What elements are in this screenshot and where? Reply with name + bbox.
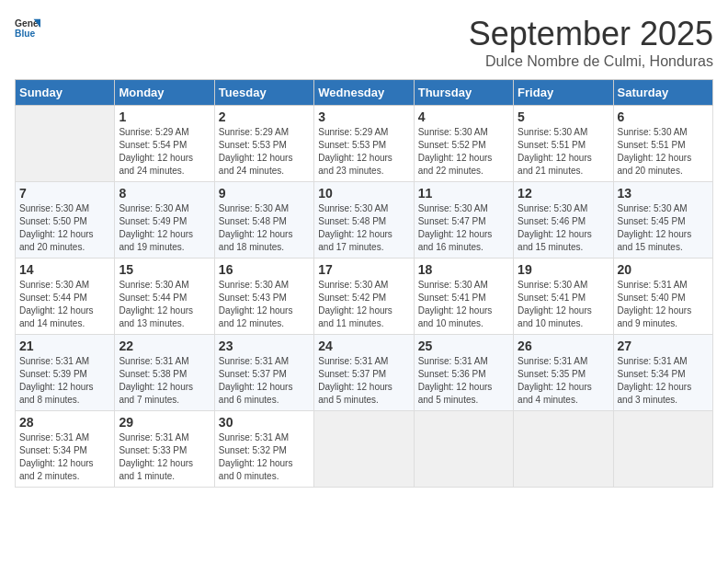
day-info: Sunrise: 5:29 AM Sunset: 5:53 PM Dayligh… (219, 126, 310, 178)
calendar-cell: 16Sunrise: 5:30 AM Sunset: 5:43 PM Dayli… (214, 259, 313, 335)
calendar-cell: 15Sunrise: 5:30 AM Sunset: 5:44 PM Dayli… (115, 259, 214, 335)
day-info: Sunrise: 5:30 AM Sunset: 5:45 PM Dayligh… (618, 202, 709, 254)
day-info: Sunrise: 5:30 AM Sunset: 5:41 PM Dayligh… (418, 279, 509, 330)
calendar-cell: 19Sunrise: 5:30 AM Sunset: 5:41 PM Dayli… (514, 259, 613, 335)
header-day-thursday: Thursday (414, 80, 513, 106)
calendar-cell: 13Sunrise: 5:30 AM Sunset: 5:45 PM Dayli… (613, 182, 712, 259)
day-number: 20 (618, 262, 709, 277)
calendar-cell: 28Sunrise: 5:31 AM Sunset: 5:34 PM Dayli… (16, 411, 115, 488)
calendar-cell: 17Sunrise: 5:30 AM Sunset: 5:42 PM Dayli… (314, 259, 414, 335)
day-number: 2 (219, 109, 310, 124)
header-day-wednesday: Wednesday (314, 80, 414, 106)
day-number: 21 (19, 339, 110, 353)
day-number: 27 (618, 339, 709, 353)
header-day-tuesday: Tuesday (214, 80, 313, 106)
day-number: 18 (418, 262, 509, 277)
calendar-cell: 21Sunrise: 5:31 AM Sunset: 5:39 PM Dayli… (16, 335, 115, 411)
calendar-cell: 8Sunrise: 5:30 AM Sunset: 5:49 PM Daylig… (115, 182, 214, 259)
day-number: 10 (318, 186, 409, 201)
calendar-cell: 27Sunrise: 5:31 AM Sunset: 5:34 PM Dayli… (613, 335, 712, 411)
day-number: 17 (318, 262, 409, 277)
day-info: Sunrise: 5:29 AM Sunset: 5:54 PM Dayligh… (119, 126, 210, 178)
calendar-cell: 11Sunrise: 5:30 AM Sunset: 5:47 PM Dayli… (414, 182, 513, 259)
calendar-cell: 22Sunrise: 5:31 AM Sunset: 5:38 PM Dayli… (115, 335, 214, 411)
logo-icon: General Blue (15, 15, 40, 40)
day-number: 12 (518, 186, 609, 201)
day-info: Sunrise: 5:31 AM Sunset: 5:39 PM Dayligh… (19, 355, 110, 407)
calendar-cell: 10Sunrise: 5:30 AM Sunset: 5:48 PM Dayli… (314, 182, 414, 259)
day-number: 19 (518, 262, 609, 277)
day-number: 11 (418, 186, 509, 201)
calendar-cell: 2Sunrise: 5:29 AM Sunset: 5:53 PM Daylig… (214, 106, 313, 182)
day-number: 15 (119, 262, 210, 277)
calendar-cell (414, 411, 513, 488)
day-info: Sunrise: 5:31 AM Sunset: 5:37 PM Dayligh… (318, 355, 409, 407)
day-info: Sunrise: 5:31 AM Sunset: 5:33 PM Dayligh… (119, 431, 210, 483)
day-number: 23 (219, 339, 310, 353)
day-number: 28 (19, 415, 110, 430)
day-info: Sunrise: 5:31 AM Sunset: 5:40 PM Dayligh… (618, 279, 709, 330)
calendar-cell: 9Sunrise: 5:30 AM Sunset: 5:48 PM Daylig… (214, 182, 313, 259)
day-number: 8 (119, 186, 210, 201)
location-title: Dulce Nombre de Culmi, Honduras (469, 53, 713, 70)
day-number: 4 (418, 109, 509, 124)
day-info: Sunrise: 5:30 AM Sunset: 5:44 PM Dayligh… (19, 279, 110, 330)
calendar-cell: 23Sunrise: 5:31 AM Sunset: 5:37 PM Dayli… (214, 335, 313, 411)
day-info: Sunrise: 5:30 AM Sunset: 5:49 PM Dayligh… (119, 202, 210, 254)
day-info: Sunrise: 5:31 AM Sunset: 5:34 PM Dayligh… (618, 355, 709, 407)
month-title: September 2025 (469, 15, 713, 53)
calendar-cell: 12Sunrise: 5:30 AM Sunset: 5:46 PM Dayli… (514, 182, 613, 259)
day-number: 6 (618, 109, 709, 124)
day-number: 29 (119, 415, 210, 430)
day-info: Sunrise: 5:29 AM Sunset: 5:53 PM Dayligh… (318, 126, 409, 178)
day-number: 13 (618, 186, 709, 201)
day-info: Sunrise: 5:31 AM Sunset: 5:35 PM Dayligh… (518, 355, 609, 407)
day-number: 9 (219, 186, 310, 201)
header-row: SundayMondayTuesdayWednesdayThursdayFrid… (16, 80, 713, 106)
day-number: 7 (19, 186, 110, 201)
day-number: 14 (19, 262, 110, 277)
header-day-monday: Monday (115, 80, 214, 106)
calendar-cell: 29Sunrise: 5:31 AM Sunset: 5:33 PM Dayli… (115, 411, 214, 488)
day-info: Sunrise: 5:30 AM Sunset: 5:51 PM Dayligh… (518, 126, 609, 178)
day-number: 3 (318, 109, 409, 124)
header-day-sunday: Sunday (16, 80, 115, 106)
day-info: Sunrise: 5:30 AM Sunset: 5:50 PM Dayligh… (19, 202, 110, 254)
logo: General Blue (15, 15, 40, 40)
day-number: 16 (219, 262, 310, 277)
day-info: Sunrise: 5:30 AM Sunset: 5:44 PM Dayligh… (119, 279, 210, 330)
day-info: Sunrise: 5:30 AM Sunset: 5:51 PM Dayligh… (618, 126, 709, 178)
day-info: Sunrise: 5:30 AM Sunset: 5:48 PM Dayligh… (219, 202, 310, 254)
calendar-header: SundayMondayTuesdayWednesdayThursdayFrid… (16, 80, 713, 106)
week-row-3: 21Sunrise: 5:31 AM Sunset: 5:39 PM Dayli… (16, 335, 713, 411)
calendar-cell: 1Sunrise: 5:29 AM Sunset: 5:54 PM Daylig… (115, 106, 214, 182)
calendar-cell (16, 106, 115, 182)
calendar-cell: 14Sunrise: 5:30 AM Sunset: 5:44 PM Dayli… (16, 259, 115, 335)
week-row-4: 28Sunrise: 5:31 AM Sunset: 5:34 PM Dayli… (16, 411, 713, 488)
page-header: General Blue September 2025 Dulce Nombre… (15, 15, 713, 70)
day-number: 22 (119, 339, 210, 353)
day-number: 24 (318, 339, 409, 353)
day-info: Sunrise: 5:31 AM Sunset: 5:34 PM Dayligh… (19, 431, 110, 483)
day-number: 25 (418, 339, 509, 353)
day-info: Sunrise: 5:30 AM Sunset: 5:41 PM Dayligh… (518, 279, 609, 330)
calendar-cell: 6Sunrise: 5:30 AM Sunset: 5:51 PM Daylig… (613, 106, 712, 182)
calendar-cell: 4Sunrise: 5:30 AM Sunset: 5:52 PM Daylig… (414, 106, 513, 182)
day-info: Sunrise: 5:31 AM Sunset: 5:36 PM Dayligh… (418, 355, 509, 407)
calendar-body: 1Sunrise: 5:29 AM Sunset: 5:54 PM Daylig… (16, 106, 713, 488)
calendar-cell (314, 411, 414, 488)
header-day-saturday: Saturday (613, 80, 712, 106)
day-info: Sunrise: 5:30 AM Sunset: 5:42 PM Dayligh… (318, 279, 409, 330)
calendar-cell: 18Sunrise: 5:30 AM Sunset: 5:41 PM Dayli… (414, 259, 513, 335)
calendar-cell: 24Sunrise: 5:31 AM Sunset: 5:37 PM Dayli… (314, 335, 414, 411)
week-row-2: 14Sunrise: 5:30 AM Sunset: 5:44 PM Dayli… (16, 259, 713, 335)
day-info: Sunrise: 5:31 AM Sunset: 5:38 PM Dayligh… (119, 355, 210, 407)
calendar-cell (514, 411, 613, 488)
calendar-cell: 25Sunrise: 5:31 AM Sunset: 5:36 PM Dayli… (414, 335, 513, 411)
day-number: 30 (219, 415, 310, 430)
calendar-table: SundayMondayTuesdayWednesdayThursdayFrid… (15, 79, 713, 488)
calendar-cell: 7Sunrise: 5:30 AM Sunset: 5:50 PM Daylig… (16, 182, 115, 259)
day-info: Sunrise: 5:31 AM Sunset: 5:37 PM Dayligh… (219, 355, 310, 407)
day-number: 1 (119, 109, 210, 124)
day-info: Sunrise: 5:30 AM Sunset: 5:47 PM Dayligh… (418, 202, 509, 254)
